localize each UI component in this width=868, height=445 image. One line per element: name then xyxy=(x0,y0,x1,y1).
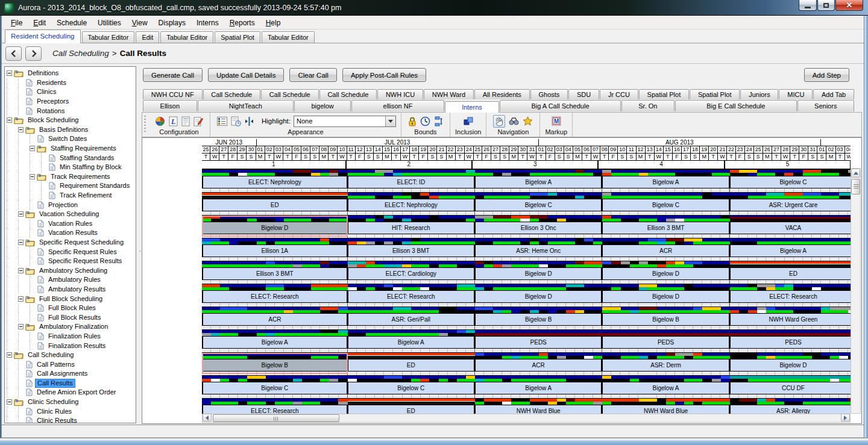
schedule-block[interactable]: PEDS xyxy=(730,330,851,353)
schedule-block[interactable]: Bigelow D xyxy=(602,261,729,284)
schedule-block[interactable]: Ellison 3 BMT xyxy=(602,216,729,238)
generate-call-button[interactable]: Generate Call xyxy=(143,68,203,82)
schedule-block[interactable]: Bigelow C xyxy=(730,170,851,193)
lock-icon[interactable] xyxy=(408,116,417,126)
schedule-block[interactable]: ELECT: Research xyxy=(730,284,851,307)
tab-tabular-editor[interactable]: Tabular Editor xyxy=(262,31,315,43)
tree-item-vacation-results[interactable]: Vacation Results xyxy=(7,228,136,238)
schedule-block[interactable]: ASR: Heme Onc xyxy=(475,238,602,261)
schedule-block[interactable]: Bigelow A xyxy=(602,170,729,193)
clock-icon[interactable] xyxy=(420,116,430,126)
schedule-block[interactable]: NWH Ward Blue xyxy=(602,399,729,414)
schedule-block[interactable]: Bigelow D xyxy=(475,284,602,307)
schedule-block[interactable]: Ellison 1A xyxy=(202,238,348,261)
schedule-block[interactable]: Bigelow C xyxy=(475,193,602,216)
view-tab-sdu[interactable]: SDU xyxy=(568,89,599,99)
schedule-block[interactable]: CCU DF xyxy=(730,376,851,399)
tree-item-vacation-rules[interactable]: Vacation Rules xyxy=(7,219,136,229)
tree-collapse-icon[interactable] xyxy=(7,70,12,76)
tree-item-clinic-results[interactable]: Clinic Results xyxy=(7,416,136,423)
tree-collapse-icon[interactable] xyxy=(7,117,12,123)
schedule-block[interactable]: Ellison 3 BMT xyxy=(348,238,475,261)
schedule-block[interactable]: PEDS xyxy=(475,330,602,353)
nav-forward-button[interactable] xyxy=(25,46,42,61)
tree-item-preceptors[interactable]: Preceptors xyxy=(7,97,136,107)
menu-utilities[interactable]: Utilities xyxy=(92,16,127,30)
schedule-block[interactable]: Bigelow A xyxy=(348,330,475,353)
view-tab-spatial-plot[interactable]: Spatial Plot xyxy=(639,89,689,99)
tree-collapse-icon[interactable] xyxy=(30,146,35,151)
view-tab-sr-on[interactable]: Sr. On xyxy=(621,100,675,111)
horizontal-scrollbar[interactable] xyxy=(202,414,851,423)
schedule-block[interactable]: ED xyxy=(348,353,475,376)
close-button[interactable]: ✕ xyxy=(835,0,863,11)
tree-collapse-icon[interactable] xyxy=(18,240,24,245)
tree-item-call-scheduling[interactable]: Call Scheduling xyxy=(7,350,136,360)
schedule-block[interactable]: Ellison 3 BMT xyxy=(202,261,348,284)
tab-tabular-editor[interactable]: Tabular Editor xyxy=(82,31,135,43)
schedule-block[interactable]: ASR: Geri/Pall xyxy=(348,307,475,330)
schedule-block[interactable]: Bigelow A xyxy=(202,330,348,353)
tree-item-ambulatory-results[interactable]: Ambulatory Results xyxy=(7,285,136,294)
schedule-block[interactable]: VACA xyxy=(730,216,851,238)
schedule-block[interactable]: ELECT: Research xyxy=(202,284,348,307)
tree-collapse-icon[interactable] xyxy=(18,211,24,217)
tree-item-full-block-scheduling[interactable]: Full Block Scheduling xyxy=(7,294,136,303)
view-tab-ghosts[interactable]: Ghosts xyxy=(530,89,568,99)
schedule-block[interactable]: ASR: Urgent Care xyxy=(730,193,851,216)
schedule-block[interactable]: Bigelow D xyxy=(602,284,729,307)
tree-collapse-icon[interactable] xyxy=(18,268,24,273)
tree-item-min-staffing-by-block[interactable]: Min Staffing by Block xyxy=(7,163,136,172)
tree-item-call-patterns[interactable]: Call Patterns xyxy=(7,359,136,369)
page-clock-icon[interactable] xyxy=(231,116,241,126)
report-doc-icon[interactable] xyxy=(181,116,190,126)
tree-item-requirement-standards[interactable]: Requirement Standards xyxy=(7,181,136,191)
schedule-block[interactable]: NWH Ward Green xyxy=(730,307,851,330)
maximize-button[interactable] xyxy=(817,0,835,11)
schedule-block[interactable]: ELECT: ID xyxy=(348,170,475,193)
tree-item-ambulatory-finalization[interactable]: Ambulatory Finalization xyxy=(7,322,136,332)
view-tab-all-residents[interactable]: All Residents xyxy=(474,89,530,99)
view-tab-nwh-ward[interactable]: NWH Ward xyxy=(424,89,474,99)
tree-item-full-block-results[interactable]: Full Block Results xyxy=(7,313,136,322)
menu-displays[interactable]: Displays xyxy=(153,16,191,30)
schedule-block[interactable]: ELECT: Nephrology xyxy=(348,193,475,216)
horizontal-scroll-thumb[interactable] xyxy=(213,414,339,422)
scroll-up-button[interactable] xyxy=(851,169,860,178)
add-step-button[interactable]: Add Step xyxy=(804,68,849,82)
clear-call-button[interactable]: Clear Call xyxy=(289,68,337,82)
schedule-block[interactable]: NWH Ward Blue xyxy=(475,399,602,414)
schedule-block-selected[interactable]: Bigelow D xyxy=(202,216,348,238)
schedule-block[interactable]: ELECT: Cardiology xyxy=(348,261,475,284)
menu-file[interactable]: File xyxy=(5,16,28,30)
hand-icon[interactable] xyxy=(493,115,505,128)
tree-item-track-refinement[interactable]: Track Refinement xyxy=(7,191,136,201)
view-tab-call-schedule[interactable]: Call Schedule xyxy=(203,89,261,99)
scroll-left-button[interactable] xyxy=(203,414,212,422)
tree-item-rotations[interactable]: Rotations xyxy=(7,106,136,116)
tree-item-track-requirements[interactable]: Track Requirements xyxy=(7,172,136,182)
view-tab-juniors[interactable]: Juniors xyxy=(740,89,778,99)
schedule-block[interactable]: ACR xyxy=(202,307,348,330)
schedule-block[interactable]: ACR xyxy=(475,353,602,376)
column-bounds-icon[interactable] xyxy=(434,116,443,126)
schedule-block[interactable]: ELECT: Nephrology xyxy=(202,170,348,193)
vertical-scrollbar[interactable] xyxy=(851,168,861,414)
tab-resident-scheduling[interactable]: Resident Scheduling xyxy=(5,30,81,43)
highlight-dropdown[interactable]: None xyxy=(294,116,396,127)
menu-interns[interactable]: Interns xyxy=(191,16,224,30)
tree-item-ambulatory-rules[interactable]: Ambulatory Rules xyxy=(7,275,136,285)
view-tab-interns[interactable]: Interns xyxy=(445,101,500,113)
tree-item-specific-request-rules[interactable]: Specific Request Rules xyxy=(7,247,136,257)
schedule-block[interactable]: HIT: Research xyxy=(348,216,475,238)
minimize-button[interactable] xyxy=(799,0,817,11)
menu-view[interactable]: View xyxy=(127,16,153,30)
schedule-block[interactable]: ELECT: Research xyxy=(202,399,348,414)
edit-pencil-icon[interactable] xyxy=(193,116,203,126)
tree-collapse-icon[interactable] xyxy=(30,174,35,179)
tree-item-clinic-scheduling[interactable]: Clinic Scheduling xyxy=(7,397,136,407)
label-style-icon[interactable]: L xyxy=(169,116,178,126)
tab-edit[interactable]: Edit xyxy=(136,31,159,43)
view-tab-bigelow[interactable]: bigelow xyxy=(294,100,351,111)
apply-post-call-rules-button[interactable]: Apply Post-Call Rules xyxy=(342,68,426,82)
